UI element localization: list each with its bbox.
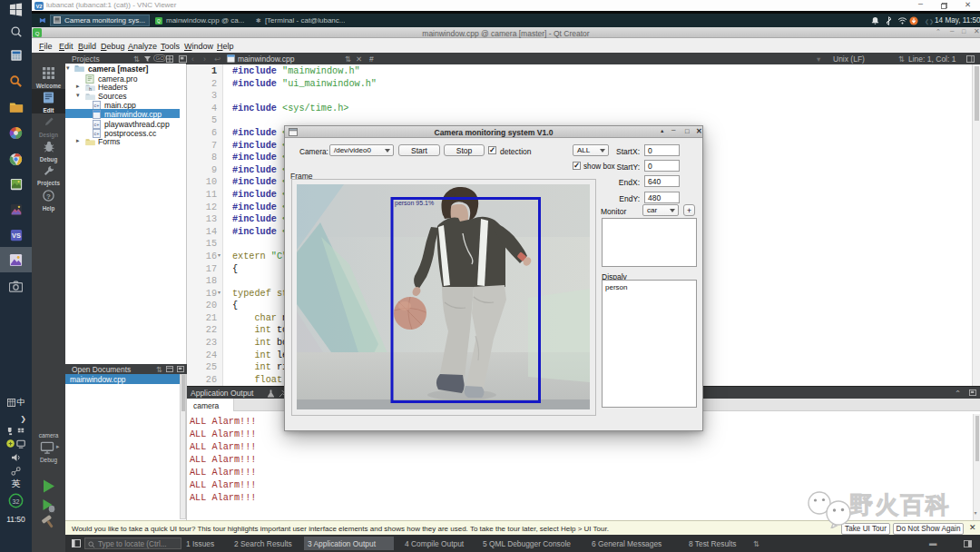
svg-text:person 95.1%: person 95.1% xyxy=(395,200,434,207)
svg-text:VS: VS xyxy=(12,232,21,240)
svg-text:V2: V2 xyxy=(36,3,43,8)
svg-text:c+: c+ xyxy=(94,122,100,127)
svg-text:c+: c+ xyxy=(94,131,100,136)
svg-text:32: 32 xyxy=(13,498,20,505)
svg-text:Q: Q xyxy=(157,19,161,24)
svg-text:h: h xyxy=(89,85,92,91)
svg-text:c+: c+ xyxy=(94,103,100,108)
svg-text:?: ? xyxy=(46,192,51,201)
